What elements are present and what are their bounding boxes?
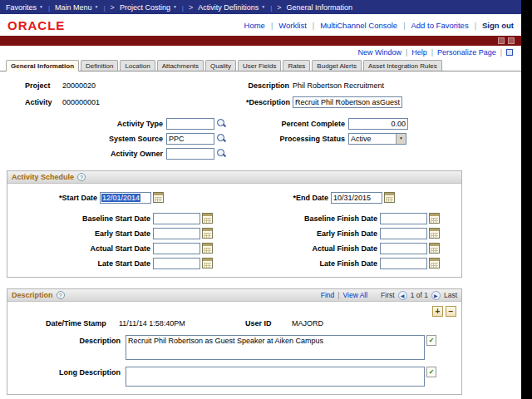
percent-complete-label: Percent Complete	[227, 120, 345, 128]
project-description-label: Description	[246, 81, 289, 90]
copy-url-icon[interactable]	[506, 49, 513, 56]
calendar-icon[interactable]	[202, 213, 213, 224]
breadcrumb-separator: >	[189, 3, 193, 12]
personalize-page-link[interactable]: Personalize Page	[437, 48, 496, 57]
early-finish-date-label: Early Finish Date	[213, 229, 377, 238]
dropdown-button[interactable]: ▼	[396, 134, 406, 144]
calendar-icon[interactable]	[202, 228, 213, 239]
activity-schedule-title: Activity Schedule	[12, 173, 74, 181]
actual-start-date-label: Actual Start Date	[11, 244, 150, 253]
app-header: ORACLE Home Worklist MultiChannel Consol…	[0, 14, 521, 36]
processing-status-select[interactable]: Active ▼	[348, 133, 406, 145]
tab-asset-integration-rules[interactable]: Asset Integration Rules	[363, 60, 442, 71]
lookup-icon[interactable]	[216, 148, 227, 159]
breadcrumb-item-general-information[interactable]: General Information	[287, 3, 353, 12]
tab-user-fields[interactable]: User Fields	[238, 60, 281, 71]
separator	[313, 21, 314, 30]
separator	[431, 48, 433, 57]
calendar-icon[interactable]	[429, 213, 440, 224]
chevron-down-icon: ▼	[173, 5, 177, 9]
tab-budget-alerts[interactable]: Budget Alerts	[312, 60, 362, 71]
row-count: 1 of 1	[411, 291, 428, 299]
late-start-date-input[interactable]	[153, 258, 200, 269]
separator	[403, 21, 405, 30]
new-window-link[interactable]: New Window	[357, 48, 401, 57]
calendar-icon[interactable]	[384, 192, 395, 203]
description-field-row: Description Recruit Phil Robertson as Gu…	[11, 335, 458, 360]
spell-check-icon[interactable]: ✓	[426, 367, 436, 377]
next-row-button[interactable]: ▶	[431, 291, 441, 300]
early-start-date-input[interactable]	[153, 228, 200, 239]
long-description-textarea[interactable]	[126, 367, 425, 387]
activity-type-input[interactable]	[166, 118, 214, 130]
calendar-icon[interactable]	[429, 258, 440, 268]
breadcrumb-label: Main Menu	[55, 3, 92, 12]
spell-check-icon[interactable]: ✓	[426, 335, 436, 346]
late-finish-date-input[interactable]	[380, 258, 427, 269]
separator	[337, 291, 339, 299]
view-all-link[interactable]: View All	[343, 291, 368, 299]
baseline-start-date-label: Baseline Start Date	[11, 214, 150, 223]
breadcrumb-item-activity-definitions[interactable]: Activity Definitions ▼	[198, 3, 265, 12]
separator	[104, 3, 106, 12]
lookup-icon[interactable]	[216, 118, 227, 129]
add-to-favorites-link[interactable]: Add to Favorites	[411, 21, 468, 30]
add-row-button[interactable]: +	[432, 306, 443, 317]
processing-status-value: Active	[349, 134, 396, 144]
calendar-icon[interactable]	[429, 228, 440, 239]
tab-definition[interactable]: Definition	[81, 60, 118, 71]
pagebar: New Window Help Personalize Page	[0, 47, 521, 57]
activity-type-label: Activity Type	[7, 120, 163, 128]
baseline-start-date-input[interactable]	[153, 213, 200, 224]
calendar-icon[interactable]	[202, 243, 213, 254]
delete-row-button[interactable]: −	[446, 306, 456, 317]
lookup-icon[interactable]	[216, 133, 227, 144]
previous-row-button[interactable]: ◀	[398, 291, 407, 300]
long-description-field-row: Long Description ✓	[11, 367, 458, 387]
tab-quality[interactable]: Quality	[205, 60, 236, 71]
selected-text: 12/01/2014	[101, 194, 140, 202]
schedule-row: Actual Start Date Actual Finish Date	[11, 242, 458, 254]
actual-finish-date-input[interactable]	[380, 243, 427, 254]
tab-location[interactable]: Location	[120, 60, 155, 71]
sign-out-link[interactable]: Sign out	[482, 21, 514, 30]
worklist-link[interactable]: Worklist	[278, 21, 307, 30]
system-source-input[interactable]	[166, 133, 214, 145]
baseline-finish-date-input[interactable]	[380, 213, 427, 224]
tab-rates[interactable]: Rates	[283, 60, 310, 71]
description-groupbox: Description ? Find View All First ◀ 1 of…	[7, 288, 462, 395]
percent-complete-input[interactable]	[348, 118, 408, 130]
actual-finish-date-label: Actual Finish Date	[213, 244, 377, 253]
help-icon[interactable]: ?	[77, 173, 86, 181]
band-icon[interactable]	[508, 37, 515, 44]
calendar-icon[interactable]	[202, 258, 213, 268]
description-title: Description	[12, 291, 53, 299]
brand-band	[0, 36, 521, 46]
find-link[interactable]: Find	[321, 291, 335, 299]
separator	[406, 48, 407, 57]
breadcrumb-item-main-menu[interactable]: Main Menu ▼	[55, 3, 98, 12]
calendar-icon[interactable]	[429, 243, 440, 254]
description-textarea[interactable]: Recruit Phil Robertson as Guest Speaker …	[126, 335, 425, 360]
chevron-down-icon: ▼	[95, 5, 99, 9]
actual-start-date-input[interactable]	[153, 243, 200, 254]
start-date-input[interactable]: 12/01/2014	[100, 192, 151, 204]
tab-general-information[interactable]: General Information	[6, 60, 79, 71]
project-row: Project 20000020 Description Phil Robert…	[7, 80, 515, 91]
end-date-input[interactable]	[331, 192, 382, 204]
calendar-icon[interactable]	[153, 192, 164, 203]
tab-attachments[interactable]: Attachments	[157, 60, 204, 71]
first-label: First	[381, 291, 395, 299]
system-source-row: System Source Processing Status Active ▼	[7, 132, 515, 145]
help-link[interactable]: Help	[411, 48, 427, 57]
breadcrumb-item-favorites[interactable]: Favorites ▼	[6, 3, 43, 12]
multichannel-console-link[interactable]: MultiChannel Console	[320, 21, 397, 30]
activity-description-input[interactable]	[293, 96, 402, 108]
description-label: Description	[11, 335, 121, 360]
activity-owner-input[interactable]	[166, 148, 214, 160]
help-icon[interactable]: ?	[57, 291, 65, 299]
home-link[interactable]: Home	[244, 21, 265, 30]
early-finish-date-input[interactable]	[380, 228, 427, 239]
breadcrumb-item-project-costing[interactable]: Project Costing ▼	[120, 3, 177, 12]
band-icon[interactable]	[498, 37, 505, 44]
